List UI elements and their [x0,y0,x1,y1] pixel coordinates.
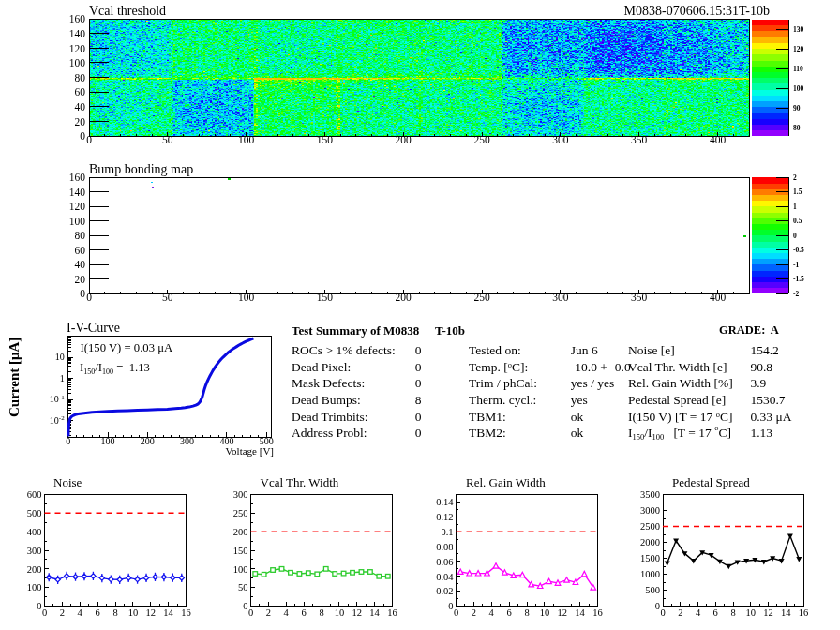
svg-text:14: 14 [369,608,380,618]
svg-text:I(150 V) = 0.03 μA: I(150 V) = 0.03 μA [81,341,173,354]
svg-text:1500: 1500 [640,553,660,563]
svg-text:0: 0 [415,376,422,390]
svg-text:90.8: 90.8 [750,360,772,374]
svg-text:0: 0 [37,601,41,611]
svg-text:TBM2:: TBM2: [469,426,506,440]
svg-text:2000: 2000 [640,537,660,548]
svg-text:0: 0 [243,601,248,611]
svg-text:I(150 V) [T = 17 oC]: I(150 V) [T = 17 oC] [628,410,732,424]
svg-text:140: 140 [69,187,86,198]
svg-text:200: 200 [233,527,248,537]
svg-text:2: 2 [266,608,271,618]
svg-text:300: 300 [552,292,569,303]
svg-text:0: 0 [80,288,85,299]
svg-text:80: 80 [75,230,86,241]
svg-text:6: 6 [301,608,306,618]
svg-text:Temp. [oC]:: Temp. [oC]: [469,360,528,374]
svg-text:150: 150 [233,546,248,556]
svg-text:160: 160 [69,172,86,183]
svg-text:110: 110 [793,65,803,73]
svg-text:10: 10 [128,608,139,618]
svg-text:12: 12 [352,608,363,618]
svg-text:Current [μA]: Current [μA] [7,338,22,417]
svg-text:-10.0 +- 0.0: -10.0 +- 0.0 [571,360,631,374]
svg-text:0: 0 [80,130,85,142]
svg-text:Test Summary of M0838: Test Summary of M0838 [292,323,420,338]
svg-text:TBM1:: TBM1: [469,410,506,424]
svg-text:50: 50 [162,292,173,303]
svg-text:I150/I100 = 1.13: I150/I100 = 1.13 [80,361,150,376]
svg-text:ok: ok [571,426,584,440]
svg-text:2500: 2500 [640,521,660,532]
svg-text:200: 200 [27,564,42,575]
svg-text:100: 100 [238,292,255,303]
svg-text:4: 4 [696,608,701,618]
svg-text:50: 50 [238,582,248,592]
svg-text:Mask Defects:: Mask Defects: [292,376,365,390]
svg-text:3500: 3500 [640,489,660,500]
svg-text:4: 4 [489,608,495,618]
svg-text:400: 400 [710,134,727,145]
svg-text:GRADE: A: GRADE: A [719,323,779,337]
svg-text:Bump bonding map: Bump bonding map [89,162,193,176]
svg-text:-2: -2 [793,290,799,298]
svg-text:Vcal Thr. Width: Vcal Thr. Width [261,475,339,489]
svg-text:350: 350 [631,292,648,303]
svg-text:12: 12 [146,608,157,618]
svg-text:80: 80 [793,124,801,132]
svg-text:0.02: 0.02 [436,586,453,596]
svg-text:0.14: 0.14 [436,497,454,507]
svg-text:350: 350 [631,134,648,145]
svg-text:I150/I100 [T = 17 oC]: I150/I100 [T = 17 oC] [628,423,731,442]
svg-text:100: 100 [69,216,86,227]
svg-text:200: 200 [141,436,155,446]
svg-text:200: 200 [396,134,412,145]
svg-text:60: 60 [75,86,86,98]
svg-text:0: 0 [42,608,47,618]
svg-text:2: 2 [678,608,682,618]
svg-text:10: 10 [540,608,550,618]
svg-text:1: 1 [60,373,65,383]
svg-text:10: 10 [746,608,757,618]
svg-text:-1: -1 [793,261,799,269]
svg-text:150: 150 [317,292,334,303]
svg-text:300: 300 [233,489,248,500]
svg-text:0.12: 0.12 [436,512,453,522]
svg-text:16: 16 [799,608,809,618]
svg-text:160: 160 [69,13,86,24]
svg-text:8: 8 [730,608,735,618]
svg-text:Tested on:: Tested on: [469,343,521,357]
svg-text:300: 300 [180,436,194,446]
svg-text:4: 4 [284,608,290,618]
svg-text:1.13: 1.13 [750,426,772,440]
svg-text:600: 600 [27,489,42,500]
svg-text:2: 2 [793,173,797,182]
svg-text:40: 40 [75,101,86,112]
svg-text:6: 6 [506,608,511,618]
svg-text:90: 90 [793,104,801,112]
svg-text:Dead Trimbits:: Dead Trimbits: [292,410,368,424]
svg-text:250: 250 [473,292,490,303]
svg-text:0: 0 [415,410,422,424]
svg-text:0.06: 0.06 [436,557,453,567]
svg-text:200: 200 [396,292,412,303]
svg-text:M0838-070606.15:31T-10b: M0838-070606.15:31T-10b [624,4,770,18]
svg-text:0.33 μA: 0.33 μA [750,410,791,424]
svg-text:500: 500 [645,585,660,595]
svg-text:16: 16 [592,608,603,618]
svg-text:0: 0 [655,601,660,611]
svg-text:1: 1 [793,202,797,211]
svg-text:0: 0 [248,608,253,618]
svg-text:0: 0 [86,292,92,303]
svg-text:300: 300 [27,546,42,556]
svg-text:8: 8 [415,393,422,407]
svg-text:2: 2 [472,608,476,618]
svg-text:150: 150 [317,134,334,145]
svg-text:3.9: 3.9 [750,376,766,390]
svg-text:0.04: 0.04 [436,572,454,582]
svg-text:140: 140 [69,28,86,39]
svg-text:Pedestal Spread: Pedestal Spread [672,475,750,489]
svg-text:20: 20 [75,274,86,285]
svg-text:ok: ok [571,410,584,424]
svg-text:3000: 3000 [640,505,660,516]
